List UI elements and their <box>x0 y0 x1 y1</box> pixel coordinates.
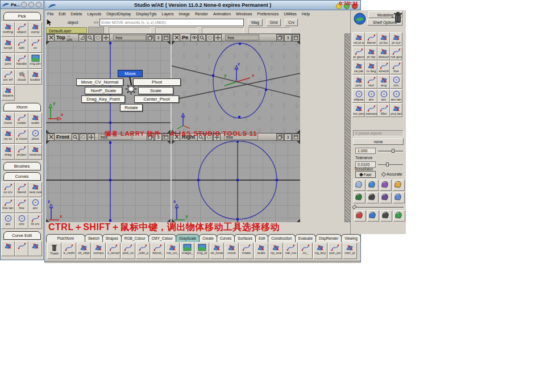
evaluate-icon-1[interactable] <box>367 210 379 222</box>
tool-va-par[interactable]: va par <box>352 61 365 74</box>
tool-blank[interactable] <box>1 241 15 256</box>
palette-tab-curves[interactable]: Curves <box>3 172 41 181</box>
main-titlebar[interactable]: Studio w/AE ( Version 11.0.2 None-0 expi… <box>45 1 360 10</box>
close-view-icon[interactable] <box>47 34 55 41</box>
window-number[interactable]: 3 <box>155 34 162 41</box>
tool-circ[interactable]: circ <box>15 214 28 229</box>
menu-layers[interactable]: Layers <box>161 12 173 16</box>
tessellator-accurate-radio[interactable]: Accurate <box>382 172 402 176</box>
tool-cv-crv[interactable]: cv crv <box>1 182 15 197</box>
menu-image[interactable]: Image <box>179 12 190 16</box>
menu-animation[interactable]: Animation <box>213 12 231 16</box>
menu-layouts[interactable]: Layouts <box>88 12 102 16</box>
tool-compo[interactable]: compo <box>92 243 106 259</box>
tool-comp[interactable]: comp <box>28 22 42 37</box>
tool-cv-[interactable]: cv_ <box>298 243 313 259</box>
evaluate-icon-2[interactable] <box>380 210 392 222</box>
tool-img-pln[interactable]: img pln <box>28 53 42 69</box>
tool-scale[interactable]: scale <box>28 112 42 128</box>
menu-preferences[interactable]: Preferences <box>257 12 279 16</box>
menu-edit[interactable]: Edit <box>59 12 65 16</box>
tool-arc-tan[interactable]: arc tan <box>390 89 402 103</box>
camera-dropdown[interactable]: free <box>113 35 146 40</box>
menu-help[interactable]: Help <box>302 12 310 16</box>
tool-arc[interactable]: arc <box>377 89 390 103</box>
tool-edit[interactable]: edit <box>15 37 28 53</box>
close-view-icon[interactable] <box>173 34 180 41</box>
look-icon[interactable] <box>190 34 198 41</box>
tool-arc[interactable]: arc <box>28 198 42 213</box>
panel-slider-handle[interactable] <box>352 205 356 209</box>
tool-x-templ[interactable]: x_templ <box>106 243 121 259</box>
tumble-icon[interactable] <box>94 34 102 41</box>
tool-dissoci[interactable]: dissoci <box>377 47 390 60</box>
tool-joint[interactable]: joint <box>1 53 15 69</box>
menu-displaytgls[interactable]: DisplayTgls <box>136 12 156 16</box>
tool-blend[interactable]: blend <box>15 182 28 197</box>
tool-ck-obje[interactable]: ck_obje <box>77 243 91 259</box>
tool-move[interactable]: move <box>1 112 15 128</box>
tool-nal-mo[interactable]: nal_mo <box>284 243 298 259</box>
tool-pick-cv[interactable]: pick_cv <box>121 243 135 259</box>
tool-blank[interactable] <box>28 241 42 256</box>
track-icon[interactable] <box>88 134 95 141</box>
tool-rv-deg[interactable]: rv deg <box>365 61 377 74</box>
layer-slot[interactable] <box>109 27 151 34</box>
shelf-tab-curves[interactable]: Curves <box>217 234 235 242</box>
tool-circ[interactable]: circ <box>390 75 402 89</box>
shelf-tab-evaluate[interactable]: Evaluate <box>295 234 316 242</box>
tool-cloud[interactable]: cloud <box>15 69 28 85</box>
tool-fit-crv[interactable]: fit crv <box>28 214 42 229</box>
menu-delete[interactable]: Delete <box>70 12 82 16</box>
track-icon[interactable] <box>102 34 110 41</box>
tool-ellipse[interactable]: ellipse <box>352 89 365 103</box>
viewport-persp-canvas[interactable]: z x y <box>172 41 300 133</box>
viewport-top-titlebar[interactable]: Top↔ cmfree3 <box>46 34 171 41</box>
zoom-view-icon[interactable] <box>86 34 94 41</box>
tool-ine-perp[interactable]: ine perp <box>352 103 365 117</box>
tool-line-tan[interactable]: line tan <box>1 198 15 213</box>
tool-rotate[interactable]: rotate <box>15 112 28 128</box>
shelf-tab-cmy-colour[interactable]: CMY_Colour <box>148 234 176 242</box>
tool-p-move[interactable]: p move <box>15 128 28 144</box>
tool-nter-pi[interactable]: nter_pi <box>343 243 357 259</box>
tool-line[interactable]: line <box>390 61 402 74</box>
tool-rect[interactable]: rect <box>365 75 377 89</box>
tolerance-slider-handle[interactable] <box>386 162 389 166</box>
tool-image-[interactable]: image_ <box>180 243 194 259</box>
evaluate-icon-3[interactable] <box>393 210 405 222</box>
shade-icon-1[interactable] <box>367 180 379 191</box>
shelf-tab-edit[interactable]: Edit <box>255 234 268 242</box>
shade-icon-1[interactable] <box>367 192 379 203</box>
zoom-view-icon[interactable] <box>72 134 79 141</box>
fit-view-icon[interactable] <box>78 34 86 41</box>
tool-new-cos[interactable]: new cos <box>28 182 42 197</box>
maximize-view-icon[interactable] <box>292 34 300 41</box>
tool-pt-geom[interactable]: pt geom <box>352 47 365 60</box>
prompt-input[interactable] <box>99 19 244 26</box>
tool-blend-[interactable]: blend_ <box>151 243 165 259</box>
menu-render[interactable]: Render <box>195 12 208 16</box>
layout-icon[interactable] <box>147 34 154 41</box>
menu-objectdisplay[interactable]: ObjectDisplay <box>106 12 131 16</box>
tolerance-slider[interactable] <box>378 164 403 166</box>
shelf-tab-grayscale[interactable]: GrayScale <box>176 234 200 242</box>
viewport-front-canvas[interactable]: z x <box>46 141 171 222</box>
tool-rva-geo[interactable]: rva geo <box>390 47 402 60</box>
palette-zoom-button[interactable] <box>28 2 34 7</box>
evaluate-icon-0[interactable] <box>354 210 366 222</box>
layer-slot[interactable] <box>248 27 290 34</box>
palette-tab-pick[interactable]: Pick <box>3 12 41 20</box>
tool-stretch[interactable]: stretch <box>377 61 390 74</box>
tumble-icon[interactable] <box>80 134 87 141</box>
crv-button[interactable]: Crv <box>285 19 298 26</box>
tool-arc[interactable]: arc <box>365 89 377 103</box>
shelf-tab-shapes[interactable]: Shapes <box>102 234 122 242</box>
shade-icon-3[interactable] <box>393 180 405 191</box>
tool-pve-piv[interactable]: pve_piv <box>328 243 342 259</box>
shade-icon-0[interactable] <box>354 192 365 203</box>
tool-blank[interactable] <box>15 241 28 256</box>
tool-pivot[interactable]: pivot <box>28 128 42 144</box>
tool-handle[interactable]: handle <box>15 53 28 69</box>
trash-icon[interactable] <box>393 11 403 24</box>
